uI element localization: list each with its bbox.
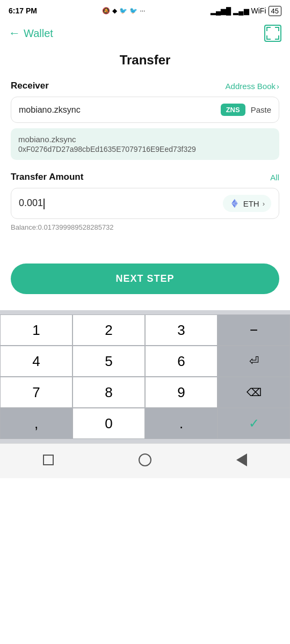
balance-display: Balance:0.017399989528285732: [11, 223, 279, 231]
twitter-icon1: 🐦: [119, 7, 127, 14]
home-button[interactable]: [134, 449, 156, 471]
scan-corner-bl: [266, 35, 271, 40]
keyboard-row-2: 4 5 6 ⏎: [0, 346, 290, 377]
key-2[interactable]: 2: [73, 314, 145, 346]
stop-button[interactable]: [38, 449, 59, 471]
key-3[interactable]: 3: [145, 314, 218, 346]
key-backspace[interactable]: ⌫: [218, 377, 290, 408]
paste-button[interactable]: Paste: [251, 105, 271, 114]
vpn-icon: ◆: [112, 7, 117, 14]
receiver-input-actions: ZNS Paste: [221, 104, 271, 116]
key-6[interactable]: 6: [145, 346, 218, 377]
keyboard-row-4: , 0 . ✓: [0, 408, 290, 439]
numeric-keyboard: 1 2 3 − 4 5 6 ⏎ 7 8 9 ⌫ , 0 . ✓: [0, 310, 290, 443]
transfer-amount-label: Transfer Amount: [11, 172, 83, 182]
wifi-icon: WiFi: [251, 6, 266, 15]
key-8[interactable]: 8: [73, 377, 145, 408]
key-4[interactable]: 4: [0, 346, 73, 377]
key-minus[interactable]: −: [218, 314, 290, 346]
key-return[interactable]: ⏎: [218, 346, 290, 377]
scan-corner-tr: [275, 27, 279, 31]
key-comma[interactable]: ,: [0, 408, 73, 439]
eth-icon: [229, 198, 240, 209]
twitter-icon2: 🐦: [129, 7, 137, 14]
key-7[interactable]: 7: [0, 377, 73, 408]
key-9[interactable]: 9: [145, 377, 218, 408]
transfer-amount-section: Transfer Amount All 0.001 ETH › Balan: [11, 172, 279, 231]
status-right: ▂▄▆█ ▂▄▆ WiFi 45: [211, 6, 281, 16]
receiver-label: Receiver: [11, 80, 49, 91]
status-time: 6:17 PM: [9, 6, 37, 15]
back-nav-button[interactable]: [231, 449, 252, 471]
keyboard-row-3: 7 8 9 ⌫: [0, 377, 290, 408]
wallet-title: Wallet: [24, 27, 53, 40]
top-nav: ← Wallet: [0, 19, 290, 47]
home-icon: [139, 453, 151, 466]
more-icon: ···: [140, 7, 145, 14]
scan-corner-tl: [266, 27, 271, 31]
resolved-address: 0xF0276d7D27a98cbEd1635E7079716E9Eed73f3…: [18, 145, 272, 153]
back-button[interactable]: ← Wallet: [9, 26, 53, 40]
next-step-button[interactable]: NEXT STEP: [11, 264, 279, 294]
key-5[interactable]: 5: [73, 346, 145, 377]
page-title: Transfer: [11, 53, 279, 68]
transfer-amount-header: Transfer Amount All: [11, 172, 279, 182]
resolved-name: mobiano.zksync: [18, 135, 272, 144]
key-1[interactable]: 1: [0, 314, 73, 346]
key-0[interactable]: 0: [73, 408, 145, 439]
main-content: Transfer Receiver Address Book › mobiano…: [0, 47, 290, 310]
receiver-input[interactable]: mobiano.zksync: [19, 105, 221, 115]
scan-qr-button[interactable]: [264, 25, 281, 42]
amount-input[interactable]: 0.001: [19, 197, 223, 209]
zns-badge: ZNS: [221, 104, 245, 116]
address-book-link[interactable]: Address Book ›: [226, 82, 279, 91]
token-name: ETH: [243, 199, 259, 208]
battery-icon: 45: [269, 6, 281, 16]
chevron-right-icon: ›: [277, 82, 279, 91]
status-icons: 🔕 ◆ 🐦 🐦 ···: [102, 7, 145, 14]
amount-input-container[interactable]: 0.001 ETH ›: [11, 188, 279, 219]
signal-icon: ▂▄▆█: [211, 7, 231, 15]
mute-icon: 🔕: [102, 7, 110, 14]
address-result: mobiano.zksync 0xF0276d7D27a98cbEd1635E7…: [11, 128, 279, 160]
token-chevron-icon: ›: [263, 200, 265, 208]
back-nav-icon: [236, 453, 247, 466]
token-selector[interactable]: ETH ›: [223, 195, 271, 212]
keyboard-row-1: 1 2 3 −: [0, 314, 290, 346]
receiver-input-container[interactable]: mobiano.zksync ZNS Paste: [11, 97, 279, 123]
all-button[interactable]: All: [270, 173, 279, 182]
signal2-icon: ▂▄▆: [233, 7, 249, 15]
receiver-section-header: Receiver Address Book ›: [11, 80, 279, 91]
key-confirm[interactable]: ✓: [218, 408, 290, 439]
key-period[interactable]: .: [145, 408, 218, 439]
bottom-nav-bar: [0, 443, 290, 478]
scan-corner-br: [275, 35, 279, 40]
text-cursor: [44, 199, 45, 209]
back-arrow-icon: ←: [9, 26, 20, 40]
stop-icon: [43, 455, 54, 465]
status-bar: 6:17 PM 🔕 ◆ 🐦 🐦 ··· ▂▄▆█ ▂▄▆ WiFi 45: [0, 0, 290, 19]
